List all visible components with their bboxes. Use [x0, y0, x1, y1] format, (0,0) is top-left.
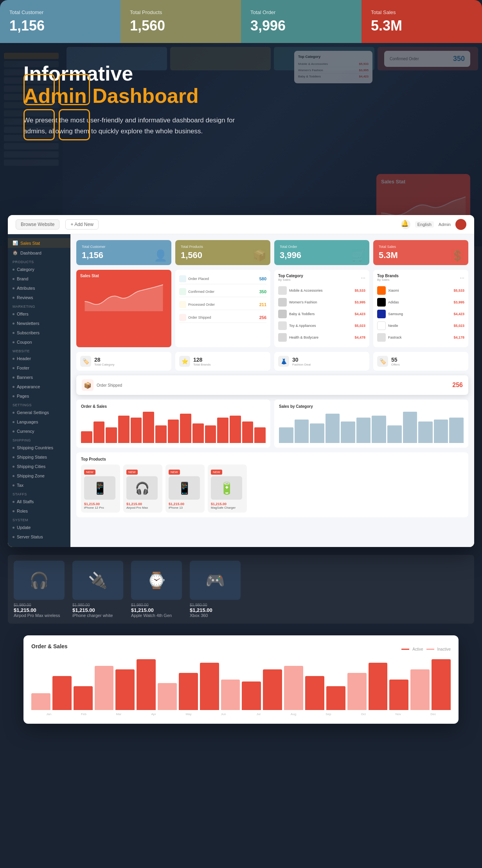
brand-thumb-adidas: [377, 298, 386, 307]
sidebar-section-shipping: Shipping: [8, 436, 70, 443]
sales-cat-bar-10: [434, 420, 448, 443]
sidebar-item-server-status[interactable]: Server Status: [8, 532, 70, 542]
sidebar-item-currency[interactable]: Currency: [8, 427, 70, 436]
dot-icon: [13, 358, 14, 360]
icon-cell-1: [23, 74, 55, 105]
brand-row-3: Samsung $4,423: [377, 308, 464, 320]
sidebar-item-appearance[interactable]: Appearance: [8, 382, 70, 391]
product-badge-1: NEW: [126, 470, 138, 475]
floating-bar-7: [179, 673, 198, 710]
stat-label-customers: Total Customer: [9, 9, 111, 15]
order-sales-bar-chart: [81, 412, 266, 443]
stat-label-orders: Total Order: [250, 9, 352, 15]
dot-icon: [13, 510, 14, 512]
sidebar-item-shipping-cities[interactable]: Shipping Cities: [8, 462, 70, 471]
sidebar-item-shipping-countries[interactable]: Shipping Countries: [8, 443, 70, 452]
sidebar-item-reviews[interactable]: Reviews: [8, 293, 70, 302]
sidebar-item-offers[interactable]: Offers: [8, 309, 70, 319]
top-brands-subtitle: By Sales: [377, 278, 399, 282]
db-topbar: Browse Website + Add New 🔔 English Admin: [8, 215, 474, 234]
stat-label-products: Total Products: [130, 9, 232, 15]
sales-cat-bar-7: [387, 425, 402, 443]
sidebar-item-tax[interactable]: Tax: [8, 481, 70, 490]
dot-icon: [13, 341, 14, 343]
top-category-more-icon[interactable]: ···: [361, 274, 365, 281]
top-brands-more-icon[interactable]: ···: [460, 274, 464, 281]
metric-label-brands: Total Brands: [193, 363, 210, 366]
top-products-section: Top Products NEW 📱 $1,215.00 iPhone 12 P…: [76, 452, 468, 517]
sidebar-section-system: System: [8, 516, 70, 523]
showcase-old-price-2: $1,980.00: [131, 603, 186, 607]
add-new-button[interactable]: + Add New: [65, 219, 98, 230]
sidebar-item-brand[interactable]: Brand: [8, 274, 70, 283]
sales-cat-bar-6: [372, 416, 386, 443]
browse-website-button[interactable]: Browse Website: [16, 219, 59, 230]
sidebar-item-footer[interactable]: Footer: [8, 363, 70, 373]
showcase-img-1: 🔌: [72, 561, 123, 600]
sidebar-item-attributes[interactable]: Attributes: [8, 283, 70, 293]
metric-card-brands: ⭐ 128 Total Brands: [175, 352, 270, 371]
legend-inactive-icon: [426, 649, 434, 650]
floating-bar-0: [31, 693, 50, 710]
order-processed-icon: [179, 301, 186, 308]
sidebar-item-category[interactable]: Category: [8, 265, 70, 274]
notification-icon[interactable]: 🔔: [401, 220, 410, 229]
top-category-header: Top Category By Sales ···: [278, 274, 365, 282]
floating-bar-19: [432, 659, 451, 710]
order-placed-icon: [179, 275, 186, 282]
sidebar-item-newsletters[interactable]: Newsletters: [8, 319, 70, 328]
category-row-2: Women's Fashion $3,995: [278, 296, 365, 308]
order-sales-chart-title: Order & Sales: [81, 404, 266, 409]
top-category-subtitle: By Sales: [278, 278, 303, 282]
metric-value-category: 28: [94, 357, 115, 363]
dot-icon: [13, 501, 14, 503]
product-badge-2: NEW: [169, 470, 180, 475]
floating-bar-10: [242, 681, 261, 710]
sidebar-section-products: Products: [8, 258, 70, 265]
icon-cell-3: [23, 109, 55, 140]
sidebar-item-pages[interactable]: Pages: [8, 391, 70, 401]
sidebar-item-shipping-states[interactable]: Shipping States: [8, 452, 70, 462]
stat-card-sales: Total Sales 5.3M: [362, 0, 482, 43]
language-selector[interactable]: English: [415, 221, 434, 228]
top-brands-title: Top Brands: [377, 274, 399, 278]
dot-icon: [13, 367, 14, 369]
legend-active-label: Active: [412, 647, 423, 651]
sidebar-item-sales-stat[interactable]: 📊 Sales Stat: [8, 238, 70, 248]
order-sales-bar-1: [94, 421, 105, 443]
order-row-confirmed: Confirmed Order 350: [179, 287, 266, 297]
products-icon: 📦: [253, 249, 266, 262]
sidebar-item-update[interactable]: Update: [8, 523, 70, 532]
sidebar-item-banners[interactable]: Banners: [8, 373, 70, 382]
showcase-old-price-0: $1,980.00: [14, 603, 68, 607]
sidebar-item-roles[interactable]: Roles: [8, 506, 70, 516]
order-sales-bar-5: [143, 412, 154, 443]
sales-cat-bar-0: [279, 427, 293, 443]
sales-category-bar-chart: [279, 412, 464, 443]
order-sales-bar-2: [106, 427, 117, 443]
showcase-img-0: 🎧: [14, 561, 65, 600]
admin-avatar[interactable]: [455, 219, 466, 230]
sidebar-item-general-settings[interactable]: General Settings: [8, 408, 70, 417]
order-confirmed-value: 350: [259, 289, 266, 294]
sidebar-item-subscribers[interactable]: Subscribers: [8, 328, 70, 337]
sidebar-item-dashboard[interactable]: 🏠 Dashboard: [8, 248, 70, 258]
mini-stat-label-products: Total Products: [181, 245, 265, 249]
product-badge-0: NEW: [84, 470, 95, 475]
sidebar-section-marketing: Marketing: [8, 302, 70, 309]
order-sales-bar-4: [131, 418, 142, 443]
dashboard-icon: 🏠: [13, 250, 18, 255]
floating-bar-2: [74, 686, 93, 710]
customers-icon: 👤: [154, 249, 167, 262]
shipped-label: Order Shipped: [97, 383, 122, 387]
sidebar-item-shipping-zone[interactable]: Shipping Zone: [8, 471, 70, 481]
sidebar-item-all-staffs[interactable]: All Staffs: [8, 497, 70, 506]
sidebar-item-languages[interactable]: Languages: [8, 417, 70, 427]
sidebar-item-coupon[interactable]: Coupon: [8, 337, 70, 347]
showcase-price-2: $1,215.00: [131, 607, 186, 613]
category-thumb-2: [278, 298, 287, 307]
stat-card-products: Total Products 1,560: [120, 0, 241, 43]
order-row-processed: Processed Order 211: [179, 299, 266, 310]
floating-bar-8: [200, 663, 219, 710]
sidebar-item-header[interactable]: Header: [8, 354, 70, 363]
